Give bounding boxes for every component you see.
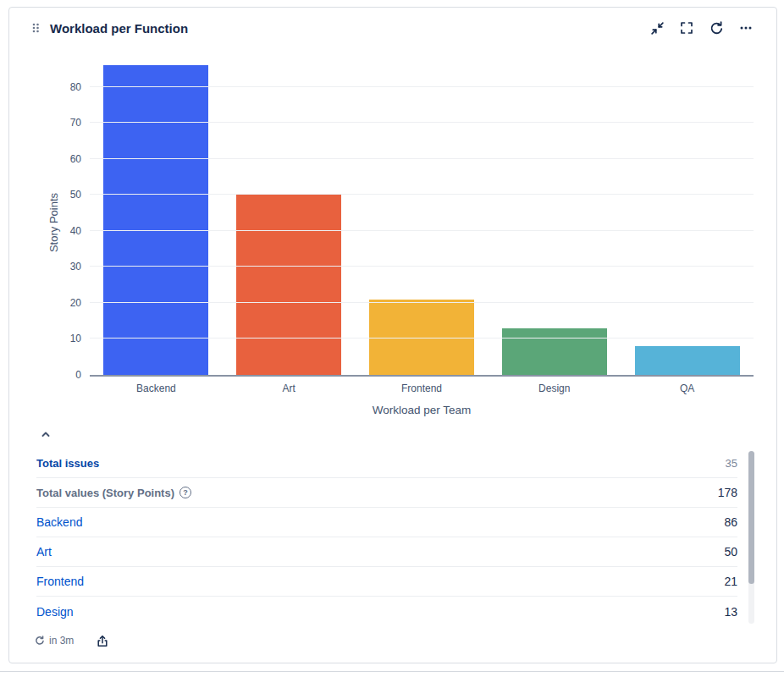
table-row: Backend86	[36, 508, 737, 537]
page-bottom-divider	[0, 671, 784, 672]
table-row: Frontend21	[36, 567, 737, 597]
help-icon[interactable]: ?	[179, 487, 191, 498]
fullscreen-icon[interactable]	[678, 19, 695, 36]
gridline	[90, 266, 754, 267]
workload-widget: Workload per Function	[8, 7, 777, 663]
bar-frontend[interactable]	[369, 300, 474, 375]
bar-art[interactable]	[236, 195, 341, 375]
x-axis-title: Workload per Team	[90, 394, 754, 416]
x-category-label: Backend	[90, 383, 223, 394]
y-tick-label: 30	[52, 261, 81, 272]
table-row-label[interactable]: Art	[36, 545, 52, 559]
bar-slot	[621, 65, 754, 375]
gridline	[90, 122, 754, 123]
table-row-label[interactable]: Frontend	[36, 575, 84, 588]
widget-title: Workload per Function	[50, 21, 188, 36]
gridline	[90, 230, 754, 231]
table-row: Total values (Story Points)?178	[36, 478, 737, 508]
bar-qa[interactable]	[635, 346, 740, 375]
table-row-label[interactable]: Backend	[36, 515, 82, 529]
table-row-label[interactable]: Design	[36, 605, 74, 619]
table-row: Art50	[36, 537, 737, 567]
x-axis-labels: BackendArtFrontendDesignQA	[90, 377, 754, 394]
gridline	[90, 86, 754, 87]
x-category-label: Art	[223, 383, 356, 394]
table-row-value: 21	[724, 575, 737, 588]
table-row: Total issues35	[36, 449, 737, 478]
bar-chart: Story Points 01020304050607080 BackendAr…	[9, 43, 776, 416]
y-tick-label: 80	[52, 81, 81, 93]
table-row-label[interactable]: Total issues	[36, 457, 99, 470]
bar-slot	[356, 65, 489, 375]
y-tick-label: 40	[52, 225, 81, 237]
table-row-value: 178	[718, 486, 737, 499]
bars-container	[90, 65, 754, 375]
bar-backend[interactable]	[103, 65, 208, 375]
bar-slot	[90, 65, 223, 375]
bar-slot	[223, 65, 356, 375]
share-icon[interactable]	[94, 632, 111, 649]
table-scrollbar[interactable]	[748, 451, 754, 624]
header-actions	[649, 19, 754, 36]
table-row-value: 50	[724, 545, 737, 559]
more-options-icon[interactable]	[737, 19, 754, 36]
x-category-label: QA	[621, 383, 754, 394]
table-row-value: 35	[726, 457, 737, 470]
table-row-label: Total values (Story Points)	[36, 487, 174, 499]
table-row: Design13	[36, 597, 737, 626]
widget-header: Workload per Function	[9, 8, 776, 43]
y-tick-label: 0	[52, 369, 81, 381]
bar-design[interactable]	[502, 328, 607, 375]
refresh-icon[interactable]	[708, 19, 725, 36]
table-row-value: 13	[724, 605, 737, 619]
widget-footer: in 3m	[9, 626, 776, 649]
y-tick-label: 20	[52, 297, 81, 309]
plot-area: 01020304050607080	[90, 65, 754, 377]
dashboard-page: Workload per Function	[0, 0, 784, 677]
table-collapse-row	[9, 416, 776, 447]
summary-table: Total issues35Total values (Story Points…	[9, 449, 776, 626]
drag-handle-icon[interactable]	[30, 21, 41, 35]
refresh-countdown-text: in 3m	[49, 635, 74, 647]
refresh-countdown-icon	[35, 636, 45, 646]
y-axis-title: Story Points	[47, 193, 60, 252]
gridline	[90, 338, 754, 338]
x-category-label: Frontend	[356, 383, 489, 394]
bar-slot	[488, 65, 621, 375]
y-tick-label: 70	[52, 117, 81, 129]
table-scrollbar-thumb[interactable]	[748, 451, 754, 584]
y-tick-label: 60	[52, 153, 81, 165]
gridline	[90, 194, 754, 195]
minimize-icon[interactable]	[649, 19, 665, 36]
gridline	[90, 302, 754, 303]
table-row-value: 86	[724, 515, 737, 529]
y-tick-label: 50	[52, 189, 81, 201]
refresh-countdown[interactable]: in 3m	[35, 635, 74, 647]
x-category-label: Design	[488, 383, 621, 394]
chevron-up-icon[interactable]	[40, 429, 52, 439]
gridline	[90, 158, 754, 159]
y-tick-label: 10	[52, 333, 81, 344]
